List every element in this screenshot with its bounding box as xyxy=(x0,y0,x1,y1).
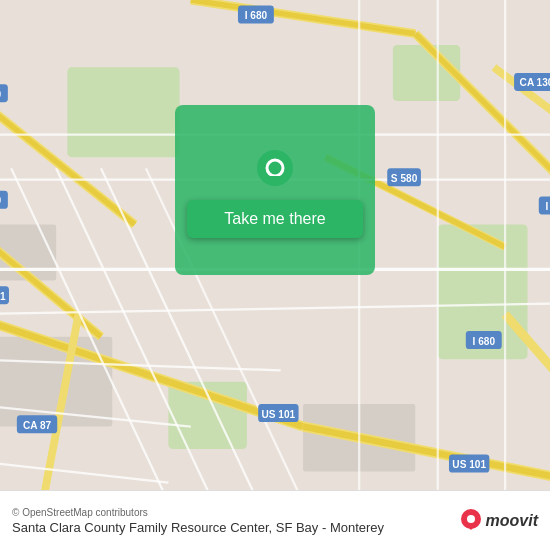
moovit-icon xyxy=(460,508,482,534)
map-container: I 680 I 880 I 880 S 580 CA 130 I 680 US … xyxy=(0,0,550,550)
svg-text:S 580: S 580 xyxy=(391,173,418,184)
take-me-there-button[interactable]: Take me there xyxy=(187,200,363,238)
svg-text:US 101: US 101 xyxy=(0,291,6,302)
copyright-text: © OpenStreetMap contributors xyxy=(12,507,460,518)
svg-text:I 680: I 680 xyxy=(546,201,550,212)
bottom-bar: © OpenStreetMap contributors Santa Clara… xyxy=(0,490,550,550)
map-background: I 680 I 880 I 880 S 580 CA 130 I 680 US … xyxy=(0,0,550,550)
svg-text:US 101: US 101 xyxy=(452,459,486,470)
svg-text:I 680: I 680 xyxy=(245,10,268,21)
map-pin xyxy=(255,148,295,198)
bottom-info: © OpenStreetMap contributors Santa Clara… xyxy=(12,507,460,535)
svg-rect-42 xyxy=(0,84,8,102)
moovit-logo: moovit xyxy=(460,508,538,534)
svg-point-69 xyxy=(467,515,475,523)
svg-text:I 680: I 680 xyxy=(473,336,496,347)
svg-rect-1 xyxy=(67,67,179,157)
svg-text:US 101: US 101 xyxy=(262,409,296,420)
location-title: Santa Clara County Family Resource Cente… xyxy=(12,520,460,535)
svg-text:CA 130: CA 130 xyxy=(520,77,550,88)
svg-text:CA 87: CA 87 xyxy=(23,420,52,431)
moovit-text: moovit xyxy=(486,512,538,530)
svg-rect-44 xyxy=(0,191,8,209)
